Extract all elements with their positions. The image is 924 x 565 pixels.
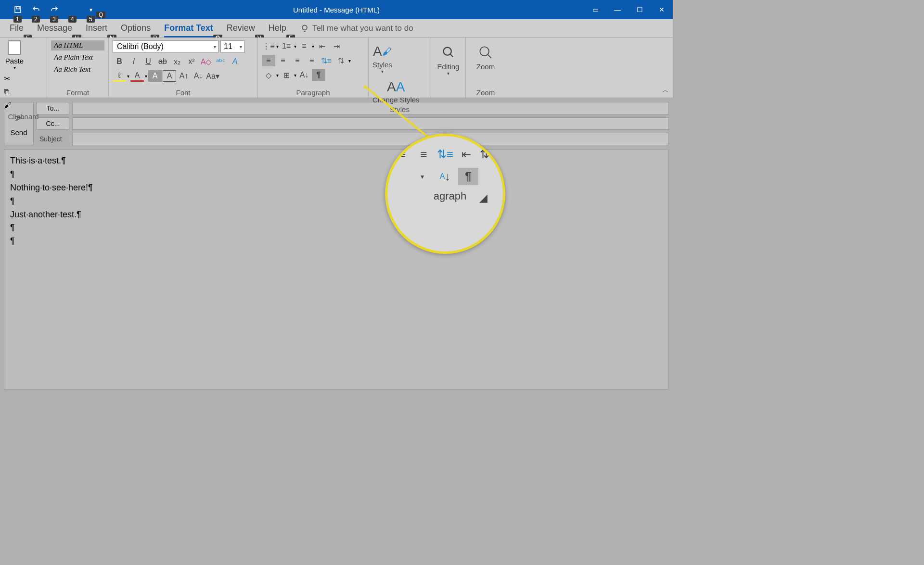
subject-input[interactable]	[72, 133, 669, 145]
message-body[interactable]: This·is·a·test.¶ ¶ Nothing·to·see·here!¶…	[4, 149, 669, 389]
text-effects-a-button[interactable]: A	[228, 56, 242, 67]
char-shading-button[interactable]: A	[148, 70, 162, 82]
group-font: Calibri (Body)▾ 11▾ B I U ab x₂ x² A◇ ᵃᵇ…	[109, 38, 258, 98]
bold-button[interactable]: B	[113, 56, 126, 67]
magnifier-callout: ≡ ≡ ⇅≡ ⇤ ⇅≡ ▾ A↓ ¶ agraph ◢	[385, 134, 505, 254]
increase-indent-button[interactable]: ⇥	[330, 40, 343, 52]
collapse-ribbon-button[interactable]: ︿	[662, 86, 669, 95]
clear-format-button[interactable]: A◇	[199, 56, 213, 67]
tab-insert[interactable]: InsertN	[86, 23, 107, 33]
align-center-button[interactable]: ≡	[276, 55, 290, 66]
align-left-button[interactable]: ≡	[262, 55, 275, 66]
minimize-button[interactable]: —	[606, 0, 629, 19]
tab-review[interactable]: ReviewV	[227, 23, 255, 33]
decrease-indent-button[interactable]: ⇤	[315, 40, 329, 52]
char-border-button[interactable]: A	[163, 70, 176, 82]
highlight-button[interactable]: ℓ	[113, 70, 126, 82]
format-painter-icon[interactable]: 🖌	[4, 101, 14, 112]
mag-decrease-indent-icon: ⇤	[457, 146, 475, 163]
shrink-font-button[interactable]: A↓	[192, 70, 205, 82]
qat-undo-icon[interactable]: 2	[28, 3, 44, 16]
ribbon-display-icon[interactable]: ▭	[584, 0, 606, 19]
close-button[interactable]: ✕	[651, 0, 673, 19]
qat-badge-1: 1	[13, 16, 22, 23]
group-zoom: Zoom Zoom	[466, 38, 505, 98]
group-styles-label: Styles	[372, 104, 427, 113]
show-hide-button[interactable]: ¶	[312, 69, 325, 81]
strikethrough-button[interactable]: ab	[156, 56, 169, 67]
justify-button[interactable]: ≡	[305, 55, 319, 66]
zoom-icon	[475, 42, 496, 63]
bullets-button[interactable]: ⋮≡	[262, 40, 275, 52]
quick-access-toolbar: 1 2 3 4 ▼ 5	[0, 3, 99, 16]
superscript-button[interactable]: x²	[185, 56, 198, 67]
text-effects-button[interactable]: ᵃᵇᶜ	[214, 56, 227, 67]
group-clipboard-label: Clipboard	[4, 112, 43, 121]
sort-button[interactable]: A↓	[297, 69, 311, 81]
cut-icon[interactable]: ✂	[4, 74, 14, 85]
tab-file[interactable]: FileF	[10, 23, 24, 33]
qat-save-icon[interactable]: 1	[10, 3, 26, 16]
group-paragraph: ⋮≡▾ 1≡▾ ≡▾ ⇤ ⇥ ≡ ≡ ≡ ≡ ⇅≡ ⇅▾ ◇▾ ⊞▾ A↓ ¶ …	[258, 38, 369, 98]
tell-me-search[interactable]: Tell me what you want to do Q	[300, 24, 413, 33]
group-format: Aa HTML Aa Plain Text Aa Rich Text Forma…	[47, 38, 109, 98]
italic-button[interactable]: I	[127, 56, 141, 67]
maximize-button[interactable]: ☐	[629, 0, 651, 19]
compose-area: ➣ Send To... Cc... Subject This·is·a·tes…	[0, 98, 673, 393]
group-font-label: Font	[113, 88, 254, 97]
tab-options[interactable]: OptionsP	[121, 23, 151, 33]
subscript-button[interactable]: x₂	[170, 56, 184, 67]
format-rich-button[interactable]: Aa Rich Text	[51, 64, 104, 75]
zoom-button[interactable]: Zoom	[470, 39, 501, 74]
mag-paragraph-label: agraph ◢	[393, 190, 497, 202]
to-input[interactable]	[72, 102, 669, 114]
svg-point-2	[302, 25, 307, 30]
qat-item-4[interactable]: 4	[64, 3, 81, 16]
para-spacing-button[interactable]: ⇅	[334, 55, 347, 66]
send-label: Send	[10, 128, 27, 137]
font-name-select[interactable]: Calibri (Body)▾	[113, 40, 218, 53]
qat-badge-5: 5	[87, 16, 95, 23]
group-editing: Editing▾	[431, 38, 466, 98]
tab-message[interactable]: MessageH	[37, 23, 72, 33]
format-plain-button[interactable]: Aa Plain Text	[51, 52, 104, 63]
svg-point-5	[480, 47, 489, 56]
editing-button[interactable]: Editing▾	[435, 39, 462, 79]
align-right-button[interactable]: ≡	[291, 55, 304, 66]
group-clipboard: Paste ▾ ✂ ⧉ 🖌 Clipboard	[0, 38, 47, 98]
multilevel-button[interactable]: ≡	[297, 40, 311, 52]
svg-rect-1	[16, 7, 19, 9]
shading-button[interactable]: ◇	[262, 69, 275, 81]
change-case-button[interactable]: Aa▾	[206, 70, 219, 82]
svg-rect-0	[15, 7, 21, 13]
change-styles-button[interactable]: AA Change Styles	[372, 78, 420, 104]
group-format-label: Format	[51, 88, 104, 97]
change-styles-icon: AA	[387, 78, 405, 96]
numbering-button[interactable]: 1≡	[280, 40, 293, 52]
line-spacing-button[interactable]: ⇅≡	[320, 55, 333, 66]
qat-badge-3: 3	[50, 16, 58, 23]
cc-input[interactable]	[72, 117, 669, 130]
tab-format-text[interactable]: Format TextO	[164, 23, 213, 33]
qat-badge-4: 4	[68, 16, 77, 23]
svg-line-4	[450, 54, 453, 57]
borders-button[interactable]: ⊞	[280, 69, 293, 81]
group-paragraph-label: Paragraph	[262, 88, 364, 97]
hotkey-tell-me: Q	[96, 12, 105, 18]
format-html-button[interactable]: Aa HTML	[51, 40, 104, 50]
tab-help[interactable]: HelpE	[269, 23, 286, 33]
font-size-select[interactable]: 11▾	[220, 40, 244, 53]
paste-icon	[8, 40, 21, 55]
font-color-button[interactable]: A	[130, 70, 144, 82]
ribbon-tabs: FileF MessageH InsertN OptionsP Format T…	[0, 19, 673, 38]
paste-button[interactable]: Paste ▾	[4, 39, 25, 70]
body-line: ¶	[10, 168, 663, 181]
grow-font-button[interactable]: A↑	[177, 70, 191, 82]
underline-button[interactable]: U	[141, 56, 155, 67]
paste-label: Paste	[5, 57, 24, 65]
qat-redo-icon[interactable]: 3	[46, 3, 63, 16]
styles-button[interactable]: A🖌 Styles▾	[372, 42, 392, 74]
copy-icon[interactable]: ⧉	[4, 88, 14, 98]
body-line: ¶	[10, 221, 663, 235]
body-line: ¶	[10, 195, 663, 208]
